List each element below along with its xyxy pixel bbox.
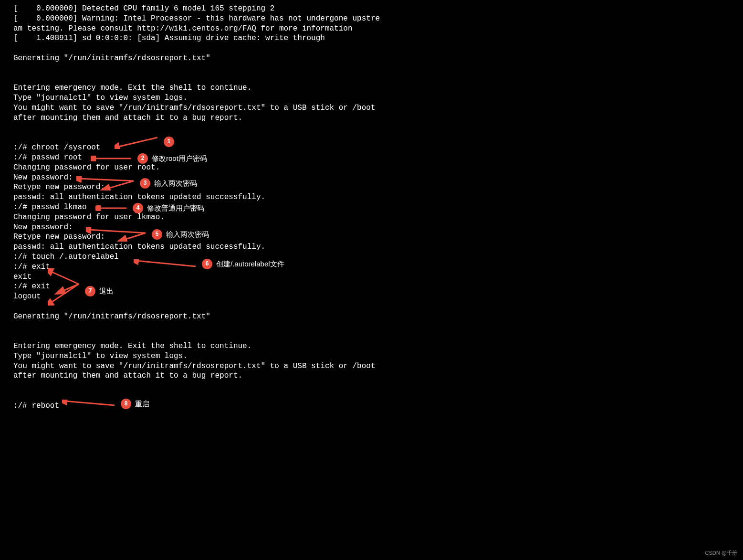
annotation-label: 重启 <box>135 399 149 409</box>
terminal-line: Type "journalctl" to view system logs. <box>13 93 730 103</box>
terminal-line: :/# touch /.autorelabel <box>13 252 730 262</box>
svg-line-8 <box>50 271 79 284</box>
step-badge: 6 <box>202 259 212 269</box>
terminal-line: passwd: all authentication tokens update… <box>13 192 730 202</box>
annotation-8: 8 重启 <box>62 399 149 409</box>
terminal-line: Generating "/run/initramfs/rdsosreport.t… <box>13 312 730 322</box>
terminal-line: logout <box>13 292 730 302</box>
step-badge: 8 <box>121 399 131 409</box>
annotation-3: 3 输入两次密码 <box>76 176 197 190</box>
arrow-icon <box>134 259 198 269</box>
terminal-line: passwd: all authentication tokens update… <box>13 242 730 252</box>
step-badge: 7 <box>85 286 95 296</box>
annotation-label: 输入两次密码 <box>154 179 197 188</box>
terminal-line: [ 0.000000] Warning: Intel Processor - t… <box>13 14 730 24</box>
annotation-7: 7 退出 <box>48 267 114 306</box>
annotation-label: 创建/.autorelabel文件 <box>216 259 284 269</box>
arrow-icon <box>115 135 160 149</box>
terminal-line: Changing password for user lkmao. <box>13 212 730 222</box>
arrow-icon <box>76 176 136 190</box>
terminal-line: after mounting them and attach it to a b… <box>13 113 730 123</box>
arrow-icon <box>48 267 81 306</box>
terminal-line: after mounting them and attach it to a b… <box>13 371 730 381</box>
arrow-icon <box>62 400 117 408</box>
svg-line-11 <box>64 401 115 405</box>
terminal-line <box>13 322 730 332</box>
annotation-1: 1 <box>115 135 174 149</box>
terminal-line: Type "journalctl" to view system logs. <box>13 351 730 361</box>
terminal-line <box>13 63 730 74</box>
terminal-line <box>13 381 730 391</box>
arrow-icon <box>91 156 134 161</box>
svg-line-10 <box>50 284 79 303</box>
step-badge: 2 <box>137 153 148 164</box>
svg-line-2 <box>79 179 134 181</box>
terminal-line <box>13 74 730 84</box>
annotation-label: 修改普通用户密码 <box>147 203 204 213</box>
svg-line-6 <box>124 233 146 240</box>
terminal-line <box>13 43 730 53</box>
annotation-4: 4 修改普通用户密码 <box>95 203 204 213</box>
terminal-line: Changing password for user root. <box>13 163 730 173</box>
terminal-line: am testing. Please consult http://wiki.c… <box>13 24 730 34</box>
terminal-line: :/# exit <box>13 282 730 292</box>
terminal-line <box>13 123 730 133</box>
terminal-line <box>13 302 730 312</box>
terminal-line: You might want to save "/run/initramfs/r… <box>13 103 730 113</box>
svg-line-5 <box>88 230 146 233</box>
terminal-line <box>13 331 730 341</box>
step-badge: 1 <box>164 137 174 147</box>
step-badge: 5 <box>152 229 162 240</box>
annotation-6: 6 创建/.autorelabel文件 <box>134 259 284 269</box>
annotation-5: 5 输入两次密码 <box>86 227 209 242</box>
annotation-label: 修改root用户密码 <box>152 154 207 163</box>
terminal-line: :/# exit <box>13 262 730 272</box>
annotation-label: 输入两次密码 <box>166 230 209 239</box>
terminal-line: [ 0.000000] Detected CPU family 6 model … <box>13 4 730 14</box>
terminal-line: Entering emergency mode. Exit the shell … <box>13 83 730 93</box>
terminal-line: Entering emergency mode. Exit the shell … <box>13 341 730 351</box>
arrow-icon <box>95 205 129 211</box>
watermark: CSDN @千册 <box>705 549 737 556</box>
arrow-icon <box>86 227 148 242</box>
step-badge: 3 <box>140 178 150 189</box>
step-badge: 4 <box>133 203 143 213</box>
svg-line-7 <box>136 261 196 266</box>
annotation-label: 退出 <box>99 286 114 296</box>
annotation-2: 2 修改root用户密码 <box>91 153 207 164</box>
svg-line-3 <box>107 181 134 189</box>
svg-line-0 <box>117 137 157 147</box>
terminal-line: [ 1.408911] sd 0:0:0:0: [sda] Assuming d… <box>13 33 730 43</box>
terminal-line: Generating "/run/initramfs/rdsosreport.t… <box>13 53 730 63</box>
terminal-line: exit <box>13 272 730 282</box>
terminal-line: You might want to save "/run/initramfs/r… <box>13 361 730 371</box>
